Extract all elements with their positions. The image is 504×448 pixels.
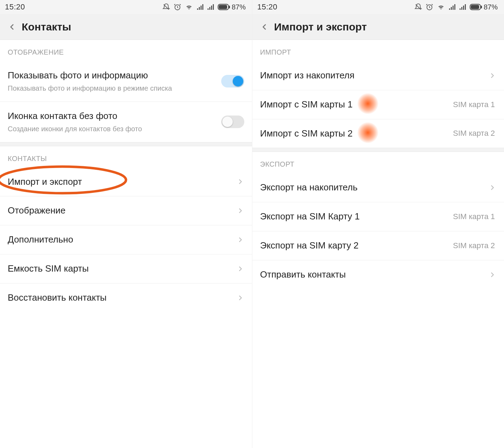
- signal-2-icon: [459, 4, 466, 10]
- svg-rect-10: [219, 5, 227, 9]
- notifications-off-icon: [414, 3, 422, 11]
- row-show-photo-info[interactable]: Показывать фото и информацию Показывать …: [0, 61, 252, 102]
- section-divider: [0, 142, 252, 146]
- row-export-sim1[interactable]: Экспорт на SIM Карту 1 SIM карта 1: [252, 202, 504, 231]
- row-title: Дополнительно: [8, 234, 234, 246]
- chevron-right-icon: [489, 184, 496, 191]
- row-display[interactable]: Отображение: [0, 196, 252, 225]
- row-value: SIM карта 1: [453, 100, 495, 109]
- row-export-sim2[interactable]: Экспорт на SIM карту 2 SIM карта 2: [252, 231, 504, 260]
- header: Импорт и экспорт: [252, 14, 504, 40]
- status-icons: 87%: [414, 3, 498, 11]
- svg-rect-3: [201, 6, 202, 10]
- content: ИМПОРТ Импорт из накопителя Импорт с SIM…: [252, 40, 504, 448]
- back-button[interactable]: [4, 19, 20, 35]
- svg-rect-21: [465, 4, 466, 10]
- wifi-icon: [185, 3, 193, 11]
- svg-rect-19: [461, 7, 462, 10]
- svg-rect-1: [197, 8, 198, 10]
- row-title: Импорт с SIM карты 2: [260, 128, 453, 140]
- row-value: SIM карта 1: [453, 212, 495, 221]
- status-time: 15:20: [5, 2, 25, 12]
- status-bar: 15:20 87%: [252, 0, 504, 14]
- chevron-right-icon: [489, 72, 496, 79]
- row-title: Экспорт на SIM карту 2: [260, 240, 453, 252]
- svg-rect-18: [460, 8, 461, 10]
- svg-rect-23: [471, 5, 479, 9]
- row-restore-contacts[interactable]: Восстановить контакты: [0, 283, 252, 312]
- screen-import-export: 15:20 87% Импорт: [252, 0, 504, 448]
- svg-rect-7: [211, 6, 212, 10]
- status-icons: 87%: [162, 3, 246, 11]
- row-import-export[interactable]: Импорт и экспорт: [0, 168, 252, 196]
- row-title: Восстановить контакты: [8, 292, 234, 304]
- row-value: SIM карта 2: [453, 241, 495, 250]
- row-subtitle: Создание иконки для контактов без фото: [8, 124, 221, 134]
- svg-rect-24: [481, 6, 482, 8]
- svg-rect-16: [453, 6, 454, 10]
- svg-rect-14: [449, 8, 450, 10]
- row-import-sim2[interactable]: Импорт с SIM карты 2 SIM карта 2: [252, 119, 504, 148]
- alarm-icon: [426, 3, 433, 11]
- status-bar: 15:20 87%: [0, 0, 252, 14]
- chevron-right-icon: [237, 294, 244, 302]
- svg-rect-4: [202, 4, 203, 10]
- chevron-left-icon: [7, 22, 16, 31]
- toggle-contact-icon[interactable]: [221, 115, 244, 128]
- svg-rect-8: [213, 4, 214, 10]
- battery-percent: 87%: [232, 3, 246, 11]
- row-more[interactable]: Дополнительно: [0, 225, 252, 254]
- header: Контакты: [0, 14, 252, 40]
- signal-1-icon: [449, 4, 456, 10]
- svg-rect-17: [454, 4, 455, 10]
- svg-rect-15: [451, 7, 452, 10]
- chevron-right-icon: [237, 265, 244, 273]
- row-import-storage[interactable]: Импорт из накопителя: [252, 61, 504, 90]
- status-time: 15:20: [257, 2, 278, 12]
- row-contact-icon-no-photo[interactable]: Иконка контакта без фото Создание иконки…: [0, 102, 252, 142]
- row-sim-capacity[interactable]: Емкость SIM карты: [0, 254, 252, 283]
- svg-rect-2: [199, 7, 200, 10]
- page-title: Импорт и экспорт: [274, 21, 367, 33]
- section-header-contacts: КОНТАКТЫ: [0, 146, 252, 168]
- svg-rect-20: [463, 6, 464, 10]
- notifications-off-icon: [162, 3, 170, 11]
- screen-contacts-settings: 15:20 87% Контак: [0, 0, 252, 448]
- row-title: Отправить контакты: [260, 269, 486, 281]
- section-header-export: ЭКСПОРТ: [252, 152, 504, 173]
- signal-2-icon: [207, 4, 214, 10]
- row-value: SIM карта 2: [453, 129, 495, 138]
- svg-rect-5: [208, 8, 209, 10]
- chevron-left-icon: [260, 22, 269, 31]
- svg-rect-6: [209, 7, 210, 10]
- row-title: Импорт из накопителя: [260, 70, 486, 82]
- row-subtitle: Показывать фото и информацию в режиме сп…: [8, 84, 221, 93]
- row-title: Импорт с SIM карты 1: [260, 99, 453, 111]
- chevron-right-icon: [237, 178, 244, 186]
- section-divider: [252, 148, 504, 152]
- page-title: Контакты: [22, 21, 71, 33]
- row-send-contacts[interactable]: Отправить контакты: [252, 260, 504, 289]
- row-title: Экспорт на SIM Карту 1: [260, 211, 453, 223]
- section-header-display: ОТОБРАЖЕНИЕ: [0, 40, 252, 61]
- chevron-right-icon: [489, 271, 496, 279]
- row-title: Импорт и экспорт: [8, 176, 234, 188]
- row-title: Отображение: [8, 205, 234, 217]
- svg-rect-11: [229, 6, 230, 8]
- chevron-right-icon: [237, 207, 244, 215]
- row-import-sim1[interactable]: Импорт с SIM карты 1 SIM карта 1: [252, 90, 504, 119]
- chevron-right-icon: [237, 236, 244, 244]
- alarm-icon: [174, 3, 181, 11]
- back-button[interactable]: [257, 19, 272, 35]
- wifi-icon: [437, 3, 445, 11]
- content: ОТОБРАЖЕНИЕ Показывать фото и информацию…: [0, 40, 252, 448]
- section-header-import: ИМПОРТ: [252, 40, 504, 61]
- row-title: Показывать фото и информацию: [8, 70, 221, 82]
- battery-indicator: 87%: [218, 3, 246, 11]
- row-export-storage[interactable]: Экспорт на накопитель: [252, 173, 504, 202]
- row-title: Емкость SIM карты: [8, 263, 234, 275]
- signal-1-icon: [197, 4, 204, 10]
- row-title: Иконка контакта без фото: [8, 110, 221, 122]
- toggle-show-photo[interactable]: [221, 75, 244, 88]
- row-title: Экспорт на накопитель: [260, 182, 486, 194]
